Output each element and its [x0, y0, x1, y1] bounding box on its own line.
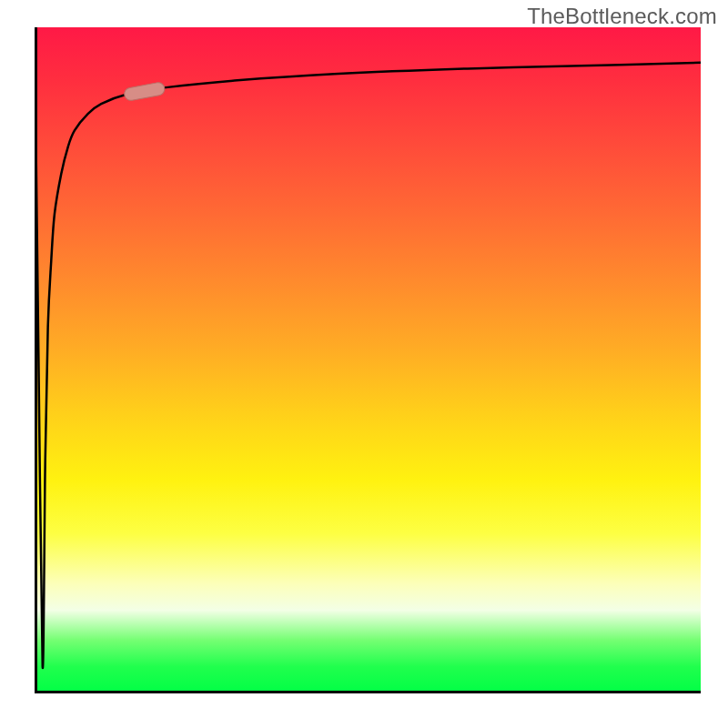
bottleneck-chart-figure: TheBottleneck.com — [0, 0, 728, 728]
highlight-pill — [124, 82, 166, 102]
plot-area — [35, 27, 701, 693]
watermark-text: TheBottleneck.com — [527, 4, 717, 29]
curve-layer — [35, 27, 701, 693]
bottleneck-curve-path — [35, 27, 701, 668]
